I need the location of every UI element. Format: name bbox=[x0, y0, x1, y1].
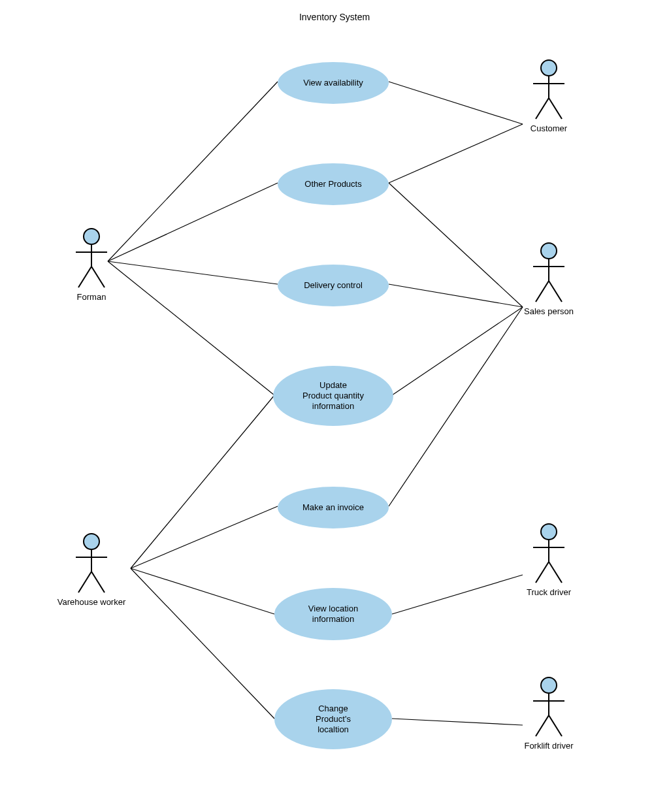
svg-line-11 bbox=[131, 506, 278, 568]
svg-line-12 bbox=[131, 568, 274, 614]
svg-line-39 bbox=[536, 562, 549, 583]
svg-line-3 bbox=[108, 261, 274, 395]
stick-figure-icon bbox=[72, 227, 111, 289]
svg-line-25 bbox=[549, 98, 562, 119]
svg-line-40 bbox=[549, 562, 562, 583]
svg-line-24 bbox=[536, 98, 549, 119]
stick-figure-icon bbox=[529, 676, 568, 738]
actor-label: Sales person bbox=[510, 306, 588, 316]
actor-truck-driver: Truck driver bbox=[510, 523, 588, 597]
stick-figure-icon bbox=[529, 59, 568, 121]
usecase-make-invoice: Make an invoice bbox=[278, 487, 389, 528]
svg-point-36 bbox=[541, 524, 557, 540]
svg-line-15 bbox=[392, 719, 523, 725]
svg-line-13 bbox=[131, 568, 274, 719]
usecase-delivery-control: Delivery control bbox=[278, 265, 389, 306]
svg-point-41 bbox=[541, 677, 557, 693]
actor-label: Customer bbox=[510, 123, 588, 133]
svg-line-2 bbox=[108, 261, 278, 284]
actor-label: Varehouse worker bbox=[52, 597, 131, 607]
svg-line-7 bbox=[389, 284, 523, 307]
diagram-title: Inventory System bbox=[0, 12, 669, 22]
svg-line-8 bbox=[392, 307, 523, 395]
stick-figure-icon bbox=[529, 242, 568, 304]
usecase-view-location: View locationinformation bbox=[274, 588, 392, 640]
usecase-update-quantity: UpdateProduct quantityinformation bbox=[273, 366, 393, 426]
svg-line-14 bbox=[392, 575, 523, 614]
actor-forman: Forman bbox=[52, 227, 131, 302]
usecase-view-availability: View availability bbox=[278, 62, 389, 104]
svg-line-30 bbox=[549, 281, 562, 302]
svg-line-10 bbox=[131, 395, 274, 568]
svg-line-5 bbox=[389, 124, 523, 183]
svg-line-35 bbox=[91, 572, 105, 593]
actor-forklift-driver: Forklift driver bbox=[510, 676, 588, 751]
svg-point-31 bbox=[84, 534, 99, 549]
svg-line-44 bbox=[536, 715, 549, 736]
actor-label: Forklift driver bbox=[510, 741, 588, 751]
actor-sales-person: Sales person bbox=[510, 242, 588, 316]
svg-line-19 bbox=[78, 267, 91, 287]
svg-point-26 bbox=[541, 243, 557, 259]
svg-line-34 bbox=[78, 572, 91, 593]
diagram-canvas: Inventory System bbox=[0, 0, 669, 812]
svg-point-16 bbox=[84, 229, 99, 244]
svg-line-0 bbox=[108, 82, 278, 261]
stick-figure-icon bbox=[72, 532, 111, 594]
svg-line-4 bbox=[389, 82, 523, 124]
svg-line-1 bbox=[108, 183, 278, 261]
actor-label: Truck driver bbox=[510, 587, 588, 597]
svg-line-29 bbox=[536, 281, 549, 302]
svg-point-21 bbox=[541, 60, 557, 76]
svg-line-9 bbox=[389, 307, 523, 506]
usecase-change-location: ChangeProduct'slocaltion bbox=[274, 689, 392, 749]
svg-line-45 bbox=[549, 715, 562, 736]
actor-customer: Customer bbox=[510, 59, 588, 133]
stick-figure-icon bbox=[529, 523, 568, 585]
actor-warehouse-worker: Varehouse worker bbox=[52, 532, 131, 607]
usecase-other-products: Other Products bbox=[278, 163, 389, 205]
svg-line-6 bbox=[389, 183, 523, 307]
actor-label: Forman bbox=[52, 292, 131, 302]
svg-line-20 bbox=[91, 267, 105, 287]
